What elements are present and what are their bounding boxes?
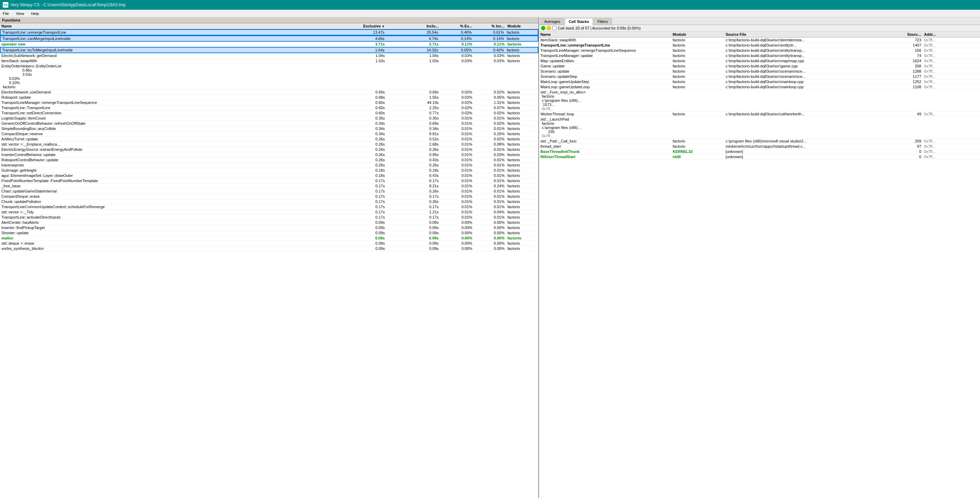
fn-name: Chunk::updatePollution [0, 200, 334, 204]
table-row[interactable]: Inserter::findPickupTarget 0.09s 0.09s 0… [0, 225, 538, 230]
fn-mod: factorio [506, 210, 538, 214]
menu-help[interactable]: Help [30, 11, 40, 16]
table-row[interactable]: CompactDeque::reserve 0.34s 8.81s 0.01% … [0, 132, 538, 136]
table-row[interactable]: Chart::updateGameStateInternal 0.17s 0.2… [0, 189, 538, 194]
table-row[interactable]: std::vector >::_Emplace_realloca... 0.26… [0, 142, 538, 147]
table-row[interactable]: Chunk::updatePollution 0.17s 0.26s 0.01%… [0, 199, 538, 205]
table-row[interactable]: RoboportControlBehavior::update 0.26s 0.… [0, 157, 538, 163]
table-row[interactable]: TransportLine::canMergeInputLineInside 4… [0, 35, 538, 42]
col-header-pex[interactable]: % Ex... [441, 24, 474, 28]
cs-srcline: 156 [870, 48, 923, 52]
list-item[interactable]: Game::update factorio c:\tmp\factorio-bu… [539, 63, 980, 69]
table-row[interactable]: TransportLine::TransportLine 0.60s 2.25s… [0, 105, 538, 111]
table-row[interactable]: ItemStack::swapWith 1.03s 1.03s 0.03% 0.… [0, 59, 538, 63]
list-item[interactable]: TransportLine::unmergeTransportLine fact… [539, 43, 980, 48]
table-row[interactable]: TransportLineManager::remergeTransportLi… [0, 100, 538, 105]
title-text: Very Sleepy CS - C:\Users\Sla\AppData\Lo… [10, 2, 126, 7]
table-row[interactable]: agui::ElementImageSet::Layer::drawOuter … [0, 173, 538, 178]
tab-callstacks[interactable]: Call Stacks [565, 18, 593, 25]
table-row[interactable]: ElectricSubNetwork::getDemand 1.04s 1.04… [0, 53, 538, 59]
fn-mod: factorio [506, 194, 538, 198]
fn-pex: 0.00% [441, 241, 474, 245]
table-row[interactable]: vorbis_synthesis_blockin 0.09s 0.09s 0.0… [0, 246, 538, 251]
fn-incl: 0.95s [387, 152, 441, 157]
table-row[interactable]: CompactDeque::erase 0.17s 0.17s 0.01% 0.… [0, 194, 538, 199]
fn-mod: factorio [505, 30, 538, 35]
table-row[interactable]: _free_base 0.17s 8.21s 0.01% 0.24% facto… [0, 184, 538, 189]
list-item[interactable]: TransportLineManager::update factorio c:… [539, 53, 980, 59]
csh-name[interactable]: Name [539, 32, 671, 36]
csh-src[interactable]: Source File [724, 32, 869, 36]
list-item[interactable]: Scenario::update factorio c:\tmp\factori… [539, 69, 980, 74]
fn-excl: 0.34s [334, 121, 388, 125]
fn-pex: 0.01% [441, 121, 474, 125]
list-item[interactable]: MainLoop::gameUpdateLoop factorio c:\tmp… [539, 84, 980, 90]
list-item[interactable]: thread_start factorio minkernel\crts\ucr… [539, 144, 980, 149]
col-header-name[interactable]: Name [0, 24, 334, 28]
table-row[interactable]: LogisticSupply::itemCount 0.35s 0.35s 0.… [0, 116, 538, 121]
fn-pinc: 0.26% [474, 132, 506, 136]
col-header-exclusive[interactable]: Exclusive [334, 24, 388, 28]
table-row[interactable]: operator new 3.71s 3.71s 0.11% 0.11% fac… [0, 42, 538, 47]
menu-view[interactable]: View [14, 11, 26, 16]
table-row[interactable]: InserterControlBehavior::update 0.26s 0.… [0, 152, 538, 157]
fn-pex: 0.03% [2, 76, 21, 81]
list-item[interactable]: Map::updateEntities factorio c:\tmp\fact… [539, 59, 980, 63]
table-row[interactable]: ElectricNetwork::useDemand 0.69s 0.69s 0… [0, 90, 538, 95]
col-header-inclusive[interactable]: Inclu... [387, 24, 441, 28]
table-row[interactable]: AlertCenter::hasAlerts 0.09s 0.09s 0.00%… [0, 220, 538, 225]
fn-mod: factorio [506, 54, 538, 58]
table-row[interactable]: EntityOrderHelpers::EntityOrderList 0.86… [0, 63, 538, 90]
table-row[interactable]: TransportLine::activateDirectInputs 0.17… [0, 215, 538, 220]
col-header-module[interactable]: Module [506, 24, 538, 28]
table-row[interactable]: ArtilleryTurret::update 0.26s 0.52s 0.01… [0, 136, 538, 142]
table-row[interactable]: TransportLine::setDirectConnection 0.60s… [0, 111, 538, 116]
list-item[interactable]: WorkerThread::loop factorio c:\tmp\facto… [539, 111, 980, 117]
cs-src: c:\tmp\factorio-build-dq83uw\src\item\it… [724, 38, 869, 42]
list-item[interactable]: ItemStack::swapWith factorio c:\tmp\fact… [539, 38, 980, 43]
menu-file[interactable]: File [2, 11, 10, 16]
table-row[interactable]: Roboport::update 0.68s 1.55s 0.02% 0.05%… [0, 95, 538, 100]
list-item[interactable]: RtlUserThreadStart ntdll [unknown] 0 0x7… [539, 154, 980, 160]
cs-src: [unknown] [724, 155, 869, 159]
csh-srcline[interactable]: Sourc... [870, 32, 923, 36]
tl-yellow[interactable] [547, 26, 551, 30]
table-row[interactable]: std::vector >::_Tidy 0.17s 1.21s 0.01% 0… [0, 209, 538, 215]
col-header-pinc[interactable]: % Inc... [474, 24, 506, 28]
table-row[interactable]: SimpleBoundingBox::anyCollide 0.34s 0.34… [0, 126, 538, 132]
tab-filters[interactable]: Filters [593, 18, 612, 25]
menu-bar: File View Help [0, 10, 980, 17]
csh-module[interactable]: Module [671, 32, 724, 36]
callstack-checkbox[interactable] [552, 26, 557, 30]
cs-addr: 0x7ff... [923, 69, 980, 73]
table-row[interactable]: TransportLine::tryToMergeInputLineInside… [0, 47, 538, 53]
table-row[interactable]: std::deque >::erase 0.09s 0.09s 0.00% 0.… [0, 241, 538, 246]
table-row[interactable]: Shooter::update 0.09s 0.09s 0.00% 0.00% … [0, 230, 538, 236]
table-row[interactable]: TransportLineCommonUpdateContext::schedu… [0, 205, 538, 209]
fn-pex: 0.01% [441, 210, 474, 214]
table-row[interactable]: GenericOnOffControlBehavior::refreshOnOf… [0, 121, 538, 126]
table-row[interactable]: TransportLine::unmergeTransportLine 13.4… [0, 29, 538, 35]
fn-excl: 0.17s [334, 194, 388, 198]
fn-mod: factorio [506, 59, 538, 63]
table-row[interactable]: malloc 0.09s 0.09s 0.00% 0.00% factorio [0, 236, 538, 241]
list-item[interactable]: std::_Func_impl_no_alloc< factorio c:\pr… [539, 90, 980, 111]
cs-addr: 0x7ff... [923, 85, 980, 89]
table-row[interactable]: ElectricEnergySource::extractEnergyAndPo… [0, 147, 538, 152]
list-item[interactable]: TransportLineManager::remergeTransportLi… [539, 48, 980, 53]
fn-excl: 1.04s [334, 54, 388, 58]
tab-averages[interactable]: Averages [541, 18, 564, 25]
list-item[interactable]: Scenario::updateStep factorio c:\tmp\fac… [539, 74, 980, 79]
cs-module: factorio [671, 85, 724, 89]
csh-addr[interactable]: Addr... [923, 32, 980, 36]
fn-incl: 1.21s [387, 210, 441, 214]
list-item[interactable]: std::_LaunchPad factorio c:\program file… [539, 117, 980, 139]
tl-green[interactable] [541, 26, 545, 30]
table-row[interactable]: GuiImage::getHeight 0.18s 0.18s 0.01% 0.… [0, 168, 538, 173]
list-item[interactable]: MainLoop::gameUpdateStep factorio c:\tmp… [539, 79, 980, 84]
list-item[interactable]: BaseThreadInitThunk KERNEL32 [unknown] 0… [539, 149, 980, 154]
fn-name: CompactDeque::erase [0, 194, 334, 198]
table-row[interactable]: traverseproto 0.26s 0.26s 0.01% 0.01% fa… [0, 163, 538, 168]
list-item[interactable]: std::_Pad::_Call_func factorio c:\progra… [539, 139, 980, 144]
table-row[interactable]: FixedPointNumberTemplate::FixedPointNumb… [0, 178, 538, 184]
